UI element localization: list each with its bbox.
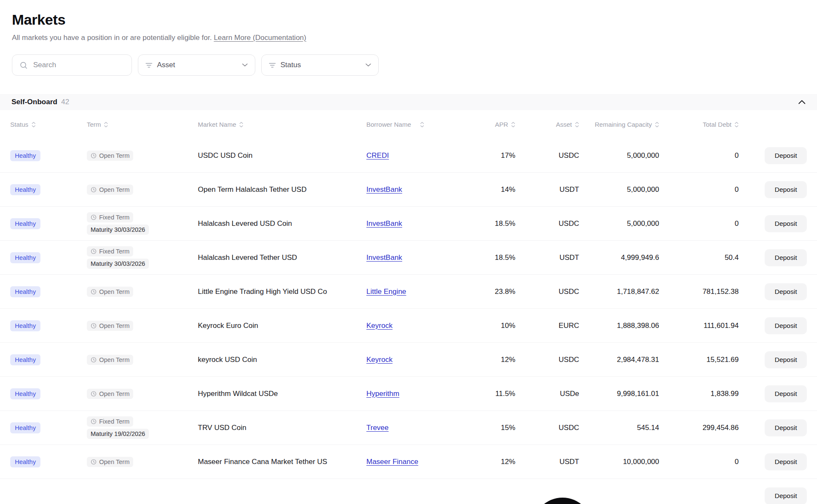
clock-icon	[91, 248, 97, 254]
chevron-down-icon	[242, 63, 248, 67]
total-debt-value: 1,838.99	[659, 390, 739, 398]
sort-icon	[420, 122, 424, 128]
table-row[interactable]: Healthy Fixed Term Maturity 30/03/2026 H…	[0, 207, 817, 241]
table-row[interactable]: Deposit	[0, 479, 817, 504]
search-input[interactable]	[32, 60, 124, 70]
clock-icon	[91, 391, 97, 397]
apr-value: 10%	[456, 322, 515, 330]
total-debt-value: 0	[659, 185, 739, 194]
borrower-link[interactable]: Keyrock	[366, 356, 392, 364]
search-icon	[20, 61, 28, 69]
borrower-link[interactable]: Keyrock	[366, 322, 392, 330]
asset-value: USDC	[515, 356, 579, 364]
market-name: Halalcash Levered Tether USD	[198, 253, 366, 262]
page-title: Markets	[12, 11, 805, 28]
remaining-capacity-value: 10,000,000	[579, 458, 659, 466]
table-row[interactable]: Healthy Fixed Term Maturity 30/03/2026 H…	[0, 241, 817, 275]
borrower-link[interactable]: CREDI	[366, 151, 389, 159]
apr-value: 12%	[456, 458, 515, 466]
table-row[interactable]: Healthy Fixed Term Maturity 19/02/2026 T…	[0, 411, 817, 445]
deposit-button[interactable]: Deposit	[765, 181, 807, 198]
documentation-link[interactable]: Learn More (Documentation)	[214, 34, 306, 42]
apr-value: 23.8%	[456, 288, 515, 296]
table-row[interactable]: Healthy Open Term Hyperithm Wildcat USDe…	[0, 377, 817, 411]
total-debt-value: 50.4	[659, 253, 739, 262]
column-header-apr[interactable]: APR	[456, 121, 515, 128]
remaining-capacity-value: 2,984,478.31	[579, 356, 659, 364]
borrower-link[interactable]: Maseer Finance	[366, 458, 418, 466]
asset-value: USDC	[515, 151, 579, 160]
column-header-status[interactable]: Status	[10, 121, 87, 128]
page-header: Markets All markets you have a position …	[0, 0, 817, 43]
status-badge: Healthy	[10, 184, 40, 195]
status-badge: Healthy	[10, 422, 40, 433]
clock-icon	[91, 459, 97, 465]
chevron-down-icon	[366, 63, 371, 67]
term-pill: Open Term	[87, 389, 133, 399]
term-pill: Fixed Term	[87, 212, 133, 222]
chevron-up-icon	[798, 100, 806, 104]
deposit-button[interactable]: Deposit	[765, 487, 807, 504]
borrower-link[interactable]: InvestBank	[366, 253, 402, 262]
collapse-section-button[interactable]	[798, 100, 806, 104]
column-header-term[interactable]: Term	[87, 121, 198, 128]
section-count: 42	[61, 98, 69, 106]
table-body: Healthy Open Term USDC USD Coin CREDI 17…	[0, 139, 817, 504]
clock-icon	[91, 187, 97, 193]
deposit-button[interactable]: Deposit	[765, 453, 807, 470]
asset-value: EURC	[515, 322, 579, 330]
borrower-link[interactable]: InvestBank	[366, 219, 402, 228]
sort-icon	[239, 122, 243, 128]
maturity-pill: Maturity 30/03/2026	[87, 259, 149, 269]
asset-value: USDT	[515, 185, 579, 194]
total-debt-value: 0	[659, 151, 739, 160]
borrower-link[interactable]: Hyperithm	[366, 390, 399, 398]
deposit-button[interactable]: Deposit	[765, 249, 807, 266]
search-box	[12, 54, 132, 76]
remaining-capacity-value: 4,999,949.6	[579, 253, 659, 262]
sort-icon	[31, 122, 36, 128]
deposit-button[interactable]: Deposit	[765, 147, 807, 164]
status-badge: Healthy	[10, 218, 40, 229]
table-row[interactable]: Healthy Open Term Maseer Finance Cana Ma…	[0, 445, 817, 479]
borrower-link[interactable]: InvestBank	[366, 185, 402, 194]
table-row[interactable]: Healthy Open Term keyrock USD Coin Keyro…	[0, 343, 817, 377]
apr-value: 11.5%	[456, 390, 515, 398]
term-pill: Open Term	[87, 287, 133, 297]
column-header-remaining-capacity[interactable]: Remaining Capacity	[579, 121, 659, 128]
deposit-button[interactable]: Deposit	[765, 215, 807, 232]
column-header-total-debt[interactable]: Total Debt	[659, 121, 739, 128]
borrower-link[interactable]: Little Engine	[366, 288, 406, 296]
table-row[interactable]: Healthy Open Term Keyrock Euro Coin Keyr…	[0, 309, 817, 343]
deposit-button[interactable]: Deposit	[765, 351, 807, 368]
sort-icon	[511, 122, 515, 128]
clock-icon	[91, 357, 97, 363]
market-name: USDC USD Coin	[198, 151, 366, 160]
column-header-asset[interactable]: Asset	[515, 121, 579, 128]
column-header-borrower-name[interactable]: Borrower Name	[366, 121, 456, 128]
section-header-self-onboard[interactable]: Self-Onboard 42	[0, 94, 817, 110]
status-filter-select[interactable]: Status	[261, 54, 379, 76]
table-row[interactable]: Healthy Open Term Little Engine Trading …	[0, 275, 817, 309]
status-badge: Healthy	[10, 320, 40, 331]
sort-icon	[734, 122, 739, 128]
deposit-button[interactable]: Deposit	[765, 283, 807, 300]
remaining-capacity-value: 5,000,000	[579, 185, 659, 194]
deposit-button[interactable]: Deposit	[765, 419, 807, 436]
term-pill: Open Term	[87, 355, 133, 365]
maturity-pill: Maturity 30/03/2026	[87, 225, 149, 235]
remaining-capacity-value: 5,000,000	[579, 151, 659, 160]
deposit-button[interactable]: Deposit	[765, 317, 807, 334]
asset-value: USDT	[515, 253, 579, 262]
filter-icon	[146, 63, 152, 68]
deposit-button[interactable]: Deposit	[765, 385, 807, 402]
market-name: Maseer Finance Cana Market Tether US	[198, 458, 366, 466]
borrower-link[interactable]: Trevee	[366, 424, 389, 432]
table-row[interactable]: Healthy Open Term Open Term Halalcash Te…	[0, 173, 817, 207]
asset-filter-select[interactable]: Asset	[138, 54, 255, 76]
term-pill: Open Term	[87, 457, 133, 467]
clock-icon	[91, 214, 97, 220]
table-row[interactable]: Healthy Open Term USDC USD Coin CREDI 17…	[0, 139, 817, 173]
total-debt-value: 781,152.38	[659, 288, 739, 296]
column-header-market-name[interactable]: Market Name	[198, 121, 366, 128]
